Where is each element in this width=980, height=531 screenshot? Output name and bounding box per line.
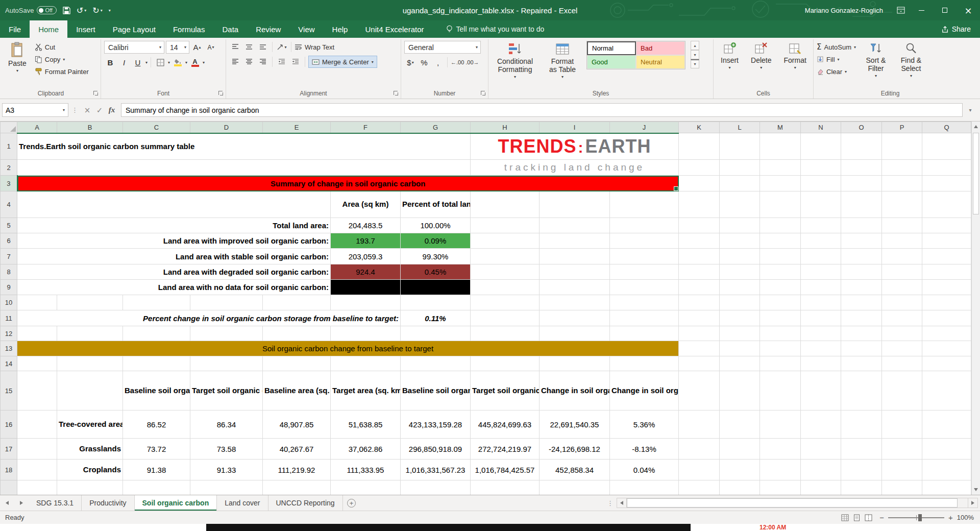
cell-header-target-area[interactable]: Target area (sq. km) (331, 371, 401, 411)
zoom-level[interactable]: 100% (957, 514, 974, 521)
page-break-view-button[interactable] (865, 514, 872, 521)
cell[interactable] (471, 280, 540, 295)
cell[interactable] (610, 191, 679, 218)
cell[interactable] (841, 356, 882, 371)
cell[interactable] (123, 326, 190, 341)
cut-button[interactable]: Cut (35, 41, 55, 53)
decrease-font-size-button[interactable]: A▾ (205, 41, 217, 54)
cell-change-banner[interactable]: Soil organic carbon change from baseline… (17, 341, 679, 356)
cell[interactable] (760, 439, 801, 460)
column-header-J[interactable]: J (610, 122, 679, 133)
close-button[interactable]: × (957, 0, 980, 20)
sheet-tab-sdg-15-3-1[interactable]: SDG 15.3.1 (29, 495, 82, 511)
cell[interactable] (760, 264, 801, 280)
cell[interactable] (540, 218, 610, 233)
cell[interactable] (720, 439, 760, 460)
cell[interactable]: 1,016,331,567.23 (401, 460, 471, 480)
fill-button[interactable]: Fill▾ (817, 53, 840, 65)
cell[interactable] (882, 160, 922, 176)
cell[interactable] (17, 460, 57, 480)
page-layout-view-button[interactable] (853, 514, 861, 521)
tabbar-divider[interactable]: ⋮ (604, 495, 617, 511)
cell[interactable] (679, 264, 720, 280)
cell[interactable] (471, 295, 540, 310)
scroll-up-button[interactable] (972, 122, 980, 132)
cell[interactable] (760, 280, 801, 295)
comma-style-button[interactable]: , (432, 56, 444, 68)
cell[interactable] (801, 295, 841, 310)
cell[interactable] (679, 310, 720, 326)
cell[interactable]: 272,724,219.97 (471, 439, 540, 460)
cell[interactable] (720, 191, 760, 218)
vertical-scroll-thumb[interactable] (973, 133, 979, 214)
column-header-B[interactable]: B (57, 122, 123, 133)
cell[interactable] (471, 249, 540, 264)
cell[interactable] (922, 176, 971, 191)
cell-style-bad[interactable]: Bad (636, 41, 685, 55)
column-header-G[interactable]: G (401, 122, 471, 133)
save-button[interactable] (63, 7, 70, 14)
cell[interactable] (679, 249, 720, 264)
cell[interactable] (841, 264, 882, 280)
decrease-indent-button[interactable] (276, 56, 288, 68)
cell-nodata-area[interactable]: 306.0 (331, 280, 401, 295)
cell[interactable] (841, 460, 882, 480)
undo-button[interactable]: ↺▾ (77, 6, 86, 15)
tab-page-layout[interactable]: Page Layout (104, 20, 164, 38)
cell[interactable] (331, 480, 401, 495)
cell[interactable]: 445,824,699.63 (471, 411, 540, 439)
cell[interactable] (882, 439, 922, 460)
align-bottom-button[interactable] (257, 41, 269, 53)
underline-dropdown-icon[interactable]: ▾ (145, 60, 148, 65)
cell-label-improved[interactable]: Land area with improved soil organic car… (17, 233, 331, 249)
align-middle-button[interactable] (243, 41, 255, 53)
cell[interactable] (471, 326, 540, 341)
cell-header-baseline-soc-ha[interactable]: Baseline soil organic carbon (tonnes / h… (123, 371, 190, 411)
column-header-H[interactable]: H (471, 122, 540, 133)
cell[interactable] (17, 480, 57, 495)
cell[interactable] (401, 480, 471, 495)
row-header-1[interactable]: 1 (1, 133, 17, 160)
cell[interactable] (720, 460, 760, 480)
cell[interactable] (679, 439, 720, 460)
sheet-tab-soil-organic-carbon[interactable]: Soil organic carbon (135, 495, 217, 511)
cell[interactable] (331, 326, 401, 341)
cell[interactable] (922, 480, 971, 495)
find-select-button[interactable]: Find & Select▾ (896, 41, 926, 79)
cell[interactable] (922, 411, 971, 439)
cell[interactable] (190, 356, 263, 371)
cell[interactable] (720, 249, 760, 264)
cell-label-total-land[interactable]: Total land area: (17, 218, 331, 233)
cell-improved-area[interactable]: 193.7 (331, 233, 401, 249)
cell-header-area[interactable]: Area (sq km) (331, 191, 401, 218)
cell[interactable] (679, 356, 720, 371)
cell[interactable] (760, 295, 801, 310)
column-header-M[interactable]: M (760, 122, 801, 133)
cell[interactable] (401, 295, 471, 310)
cell[interactable] (922, 249, 971, 264)
cell[interactable] (679, 341, 720, 356)
font-dialog-launcher[interactable] (218, 91, 224, 96)
cell[interactable] (760, 460, 801, 480)
cell[interactable] (801, 160, 841, 176)
cell[interactable] (882, 233, 922, 249)
cell[interactable] (841, 480, 882, 495)
cell[interactable] (679, 280, 720, 295)
row-header-11[interactable]: 11 (1, 310, 17, 326)
font-color-dropdown-icon[interactable]: ▾ (203, 60, 205, 65)
cell[interactable] (610, 233, 679, 249)
cell[interactable] (263, 326, 331, 341)
column-header-L[interactable]: L (720, 122, 760, 133)
fill-color-button[interactable] (172, 56, 184, 68)
cell[interactable] (882, 341, 922, 356)
sheet-nav-left-button[interactable] (0, 495, 14, 511)
cell[interactable] (882, 326, 922, 341)
cell-label-stable[interactable]: Land area with stable soil organic carbo… (17, 249, 331, 264)
cell[interactable]: 40,267.67 (263, 439, 331, 460)
vertical-scrollbar[interactable] (971, 122, 980, 495)
cell[interactable] (17, 356, 57, 371)
cell[interactable] (471, 310, 540, 326)
gallery-more-button[interactable]: ▾ (691, 59, 699, 68)
cell[interactable] (922, 191, 971, 218)
cell[interactable] (679, 233, 720, 249)
